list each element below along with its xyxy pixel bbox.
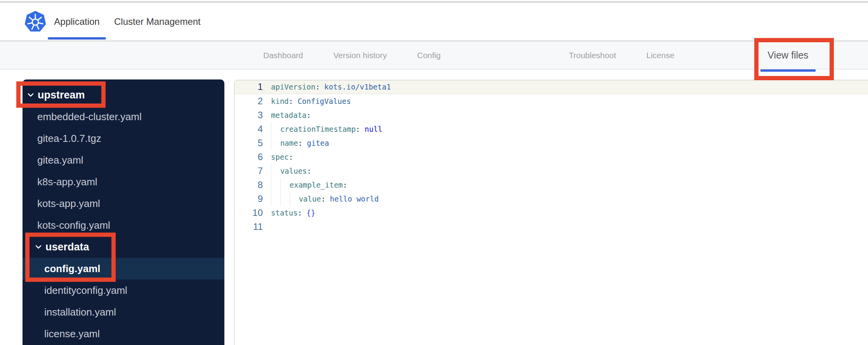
code-text: values: [271,164,311,178]
line-number: 7 [234,164,263,178]
line-number: 6 [234,150,263,164]
line-number: 10 [234,206,263,220]
tree-file-gitea-1-0-7-tgz[interactable]: gitea-1.0.7.tgz [23,128,224,149]
code-token: : [289,153,293,161]
file-tree-sidebar: upstreamembedded-cluster.yamlgitea-1.0.7… [23,79,224,345]
file-label: gitea-1.0.7.tgz [37,133,101,145]
code-token: example_item [290,181,343,189]
header-tab-application[interactable]: Application [48,3,106,40]
line-number: 1 [234,80,263,94]
code-text: example_item: [271,178,347,192]
indent-guide [271,192,280,206]
code-token: kots.io/v1beta1 [324,83,391,91]
indent-guide [271,178,280,192]
code-token: : [321,195,330,203]
code-line: 1apiVersion: kots.io/v1beta1 [234,80,868,94]
code-token: gitea [307,139,329,147]
kubernetes-logo [24,10,47,33]
tree-file-kots-app-yaml[interactable]: kots-app.yaml [23,193,224,214]
code-token: : [315,83,324,91]
code-token: : [298,139,307,147]
file-content-viewer[interactable]: 1apiVersion: kots.io/v1beta12kind: Confi… [234,80,868,345]
indent-guide [280,192,290,206]
active-tab-underline [48,37,106,40]
header-tab-label: Cluster Management [114,16,201,27]
header-tab-cluster-management[interactable]: Cluster Management [106,3,209,40]
chevron-down-icon[interactable] [27,92,34,98]
file-label: config.yaml [44,263,100,275]
chevron-down-icon[interactable] [35,244,42,250]
code-token: : [289,97,298,105]
code-text: spec: [271,150,293,164]
tree-file-config-yaml[interactable]: config.yaml [23,258,224,279]
nav-tab-dashboard[interactable]: Dashboard [263,41,303,69]
file-label: k8s-app.yaml [37,176,97,188]
code-line: 11 [234,220,868,234]
code-token: {} [307,209,316,217]
code-text: value: hello world [271,192,379,206]
line-number: 11 [234,220,263,234]
code-token: kind [271,97,289,105]
indent-guide [271,122,280,136]
file-label: license.yaml [44,328,100,340]
code-line: 4 creationTimestamp: null [234,122,868,136]
code-text: creationTimestamp: null [271,122,382,136]
header-tabs: ApplicationCluster Management [48,3,209,40]
code-token: hello world [330,195,379,203]
nav-tab-config[interactable]: Config [417,41,441,69]
code-text: status: {} [271,206,315,220]
tree-file-license-yaml[interactable]: license.yaml [23,323,224,345]
folder-label: upstream [38,89,85,101]
code-text: metadata: [271,108,311,122]
code-line: 10status: {} [234,206,868,220]
folder-label: userdata [45,241,89,253]
header-tab-label: Application [54,16,99,27]
code-token: ConfigValues [298,97,351,105]
nav-tab-license[interactable]: License [646,41,674,69]
line-number: 8 [234,178,263,192]
code-token: : [356,125,365,133]
code-token: metadata [271,111,307,119]
code-token: value [299,195,321,203]
code-token: : [307,167,311,175]
file-label: embedded-cluster.yaml [37,111,142,123]
tree-file-gitea-yaml[interactable]: gitea.yaml [23,149,224,171]
code-token: spec [271,153,289,161]
indent-guide [280,178,290,192]
file-label: kots-app.yaml [37,198,100,210]
tree-file-installation-yaml[interactable]: installation.yaml [23,301,224,323]
app-subnav: DashboardVersion historyConfigTroublesho… [0,41,868,69]
tree-folder-upstream[interactable]: upstream [23,84,224,106]
line-number: 4 [234,122,263,136]
tree-folder-userdata[interactable]: userdata [23,236,224,258]
app-header: ApplicationCluster Management [0,3,868,41]
code-line: 7 values: [234,164,868,178]
file-label: gitea.yaml [37,154,83,166]
tree-file-k8s-app-yaml[interactable]: k8s-app.yaml [23,171,224,193]
nav-tab-view-files[interactable]: View files [767,41,808,69]
indent-guide [271,164,280,178]
file-label: kots-config.yaml [37,219,110,231]
line-number: 9 [234,192,263,206]
code-line: 5 name: gitea [234,136,868,150]
tree-file-embedded-cluster-yaml[interactable]: embedded-cluster.yaml [23,106,224,128]
code-token: apiVersion [271,83,315,91]
code-token: : [307,111,311,119]
file-label: installation.yaml [44,306,116,318]
code-token: null [365,125,382,133]
code-line: 3metadata: [234,108,868,122]
code-line: 9 value: hello world [234,192,868,206]
nav-tab-version-history[interactable]: Version history [333,41,387,69]
nav-tabs: DashboardVersion historyConfigTroublesho… [0,41,868,69]
code-token: creationTimestamp [280,125,356,133]
indent-guide [271,136,280,150]
code-line: 8 example_item: [234,178,868,192]
line-number: 3 [234,108,263,122]
indent-guide [290,192,299,206]
line-number: 5 [234,136,263,150]
tree-file-kots-config-yaml[interactable]: kots-config.yaml [23,214,224,236]
nav-tab-troubleshoot[interactable]: Troubleshoot [569,41,616,69]
tree-file-identityconfig-yaml[interactable]: identityconfig.yaml [23,279,224,301]
line-number: 2 [234,94,263,108]
code-text: apiVersion: kots.io/v1beta1 [271,80,391,94]
